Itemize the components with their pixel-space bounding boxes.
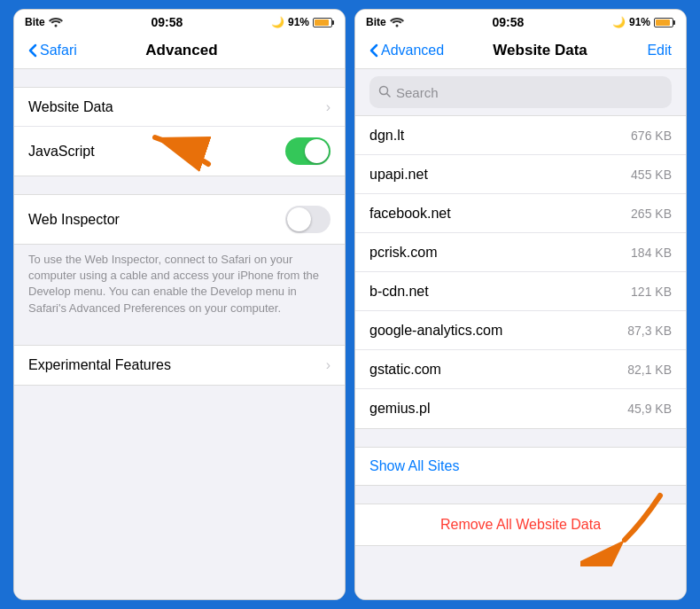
website-row-3[interactable]: pcrisk.com 184 KB [355, 233, 686, 272]
battery-percent: 91% [288, 16, 309, 28]
time-label: 09:58 [151, 15, 183, 29]
web-inspector-list: Web Inspector [14, 194, 345, 245]
web-inspector-group: Web Inspector To use the Web Inspector, … [14, 194, 345, 327]
wifi-icon-r [390, 17, 404, 27]
svg-line-4 [387, 93, 391, 97]
page-title-left: Advanced [77, 42, 286, 59]
web-inspector-description: To use the Web Inspector, connect to Saf… [14, 245, 345, 327]
settings-list: Website Data › JavaScript [14, 87, 345, 176]
svg-point-0 [54, 25, 57, 27]
website-row-4[interactable]: b-cdn.net 121 KB [355, 272, 686, 311]
website-list: dgn.lt 676 KB upapi.net 455 KB facebook.… [355, 115, 686, 429]
web-inspector-row: Web Inspector [14, 195, 345, 244]
toggle-knob [305, 139, 329, 163]
carrier-label-r: Bite [366, 16, 386, 28]
content-right: Search dgn.lt 676 KB upapi.net 455 KB fa… [355, 69, 686, 599]
domain-2: facebook.net [369, 206, 631, 222]
javascript-label: JavaScript [28, 144, 285, 160]
back-label-left: Safari [40, 43, 77, 59]
battery-icon-r [654, 18, 675, 27]
show-all-label: Show All Sites [369, 458, 459, 473]
website-row-7[interactable]: gemius.pl 45,9 KB [355, 389, 686, 428]
size-6: 82,1 KB [627, 363, 672, 377]
back-button-left[interactable]: Safari [28, 43, 77, 59]
size-5: 87,3 KB [627, 324, 672, 338]
remove-all-label: Remove All Website Data [440, 517, 601, 532]
main-settings-group: Website Data › JavaScript [14, 87, 345, 176]
remove-all-row[interactable]: Remove All Website Data [355, 504, 686, 546]
size-4: 121 KB [631, 285, 672, 299]
status-bar-right: Bite 09:58 🌙 91% [355, 10, 686, 35]
status-right: 🌙 91% [271, 16, 334, 28]
status-right-right: 🌙 91% [612, 16, 675, 28]
javascript-row: JavaScript [14, 127, 345, 176]
size-0: 676 KB [631, 129, 672, 143]
search-container: Search [355, 69, 686, 115]
size-3: 184 KB [631, 246, 672, 260]
website-row-5[interactable]: google-analytics.com 87,3 KB [355, 311, 686, 350]
website-row-2[interactable]: facebook.net 265 KB [355, 194, 686, 233]
web-inspector-toggle[interactable] [285, 206, 331, 233]
back-label-right: Advanced [381, 43, 444, 59]
back-button-right[interactable]: Advanced [369, 43, 444, 59]
page-title-right: Website Data [444, 42, 636, 59]
content-left: Website Data › JavaScript We [14, 69, 345, 599]
status-right-left: Bite [366, 16, 404, 28]
domain-3: pcrisk.com [369, 245, 631, 261]
chevron-left-icon [28, 43, 37, 58]
moon-icon-r: 🌙 [612, 16, 626, 28]
website-data-label: Website Data [28, 99, 326, 115]
edit-button[interactable]: Edit [636, 43, 672, 59]
carrier-label: Bite [25, 16, 45, 28]
experimental-list: Experimental Features › [14, 345, 345, 386]
chevron-experimental-icon: › [326, 357, 331, 373]
search-icon [378, 85, 391, 100]
size-1: 455 KB [631, 168, 672, 182]
size-2: 265 KB [631, 207, 672, 221]
web-inspector-label: Web Inspector [28, 212, 285, 228]
show-all-row[interactable]: Show All Sites [355, 447, 686, 486]
status-left: Bite [25, 16, 63, 28]
search-bar[interactable]: Search [369, 76, 672, 108]
website-row-6[interactable]: gstatic.com 82,1 KB [355, 350, 686, 389]
website-row-1[interactable]: upapi.net 455 KB [355, 155, 686, 194]
domain-5: google-analytics.com [369, 323, 627, 339]
website-row-0[interactable]: dgn.lt 676 KB [355, 116, 686, 155]
svg-point-2 [395, 25, 398, 27]
experimental-row[interactable]: Experimental Features › [14, 346, 345, 385]
domain-1: upapi.net [369, 167, 631, 183]
search-placeholder: Search [396, 85, 439, 100]
chevron-right-icon: › [326, 99, 331, 115]
status-bar-left: Bite 09:58 🌙 91% [14, 10, 345, 35]
moon-icon: 🌙 [271, 16, 284, 28]
wifi-icon [49, 17, 63, 27]
domain-7: gemius.pl [369, 401, 627, 417]
time-label-r: 09:58 [492, 15, 524, 29]
domain-6: gstatic.com [369, 362, 627, 378]
experimental-group: Experimental Features › [14, 345, 345, 386]
website-data-row[interactable]: Website Data › [14, 88, 345, 127]
size-7: 45,9 KB [627, 402, 672, 416]
toggle-knob-inspector [287, 207, 311, 231]
nav-bar-right: Advanced Website Data Edit [355, 35, 686, 69]
nav-bar-left: Safari Advanced [14, 35, 345, 69]
domain-0: dgn.lt [369, 128, 631, 144]
chevron-left-icon-r [369, 43, 378, 58]
battery-percent-r: 91% [629, 16, 650, 28]
battery-icon [313, 18, 334, 27]
experimental-label: Experimental Features [28, 357, 326, 373]
domain-4: b-cdn.net [369, 284, 631, 300]
javascript-toggle[interactable] [285, 137, 331, 165]
